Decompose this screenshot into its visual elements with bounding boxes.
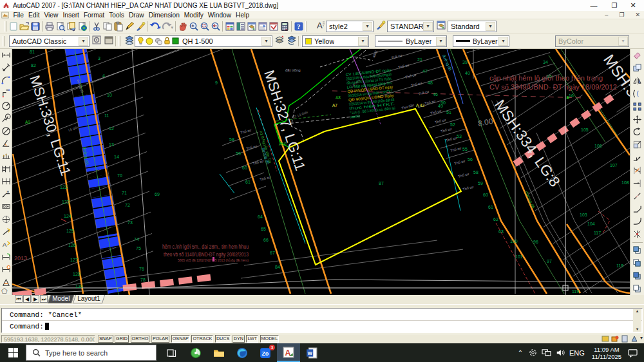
svg-text:4: 4	[102, 73, 105, 78]
svg-text:123: 123	[62, 200, 70, 204]
svg-text:87. Lộ Giới: 87. Lộ Giới	[292, 110, 308, 119]
svg-text:107: 107	[610, 163, 618, 167]
svg-text:16: 16	[569, 93, 574, 98]
svg-text:Thổ cư: Thổ cư	[252, 159, 265, 166]
svg-text:Thổ cư: Thổ cư	[454, 159, 466, 166]
svg-text:39: 39	[462, 60, 468, 64]
svg-text:69: 69	[155, 192, 160, 196]
svg-text:65: 65	[261, 227, 266, 231]
svg-text:Thổ cư: Thổ cư	[391, 53, 403, 60]
svg-text:108: 108	[621, 180, 629, 185]
svg-text:2013: 2013	[14, 255, 27, 262]
svg-text:Thổ cư: Thổ cư	[246, 144, 258, 151]
svg-text:12: 12	[109, 126, 114, 131]
svg-text:58: 58	[473, 170, 478, 175]
svg-text:104: 104	[587, 222, 595, 226]
svg-text:61: 61	[488, 205, 493, 209]
svg-text:đất trồng: đất trồng	[285, 68, 301, 72]
svg-text:±: ±	[191, 23, 194, 28]
svg-text:56: 56	[468, 157, 473, 162]
svg-text:51: 51	[446, 110, 451, 115]
svg-text:76: 76	[139, 267, 144, 271]
svg-text:A 42: A 42	[416, 103, 424, 108]
svg-text:106: 106	[594, 144, 602, 148]
svg-text:cập nhật hẻm lộ giới theo hiện: cập nhật hẻm lộ giới theo hiện trạng	[489, 74, 603, 82]
svg-text:70: 70	[117, 173, 122, 178]
svg-text:34: 34	[543, 60, 548, 64]
svg-text:14: 14	[114, 155, 119, 159]
svg-text:A10: A10	[279, 142, 287, 146]
svg-text:21: 21	[417, 57, 422, 62]
svg-text:71: 71	[122, 191, 127, 195]
svg-text:Thổ cư: Thổ cư	[458, 172, 470, 178]
svg-text:81: 81	[30, 50, 35, 54]
svg-text:Zo: Zo	[261, 350, 269, 356]
svg-text:100: 100	[510, 239, 518, 243]
svg-text:97: 97	[547, 259, 552, 263]
svg-text:87: 87	[379, 181, 384, 186]
svg-text:40: 40	[465, 71, 470, 75]
svg-text:Thổ cư: Thổ cư	[462, 185, 475, 191]
svg-text:A9: A9	[25, 120, 30, 124]
svg-text:126: 126	[68, 243, 76, 247]
svg-text:59: 59	[236, 151, 241, 156]
svg-text:73: 73	[128, 220, 133, 225]
svg-text:Thổ cư: Thổ cư	[424, 99, 437, 106]
svg-text:Thổ cư: Thổ cư	[446, 136, 458, 142]
svg-text:A8: A8	[336, 95, 341, 100]
svg-text:10: 10	[107, 93, 112, 97]
svg-text:119: 119	[572, 289, 579, 294]
svg-text:60: 60	[242, 166, 247, 170]
svg-text:?: ?	[297, 23, 301, 30]
svg-text:128: 128	[73, 272, 80, 276]
svg-text:A: A	[317, 21, 323, 30]
svg-text:xanh): xanh)	[350, 114, 360, 119]
svg-text:47: 47	[422, 69, 428, 73]
svg-text:9: 9	[215, 81, 218, 85]
svg-text:96: 96	[533, 240, 538, 244]
svg-text:đường đỏ: đường đỏ	[524, 191, 536, 210]
svg-text:63: 63	[498, 229, 504, 234]
svg-text:MSH:330, LG:11: MSH:330, LG:11	[26, 73, 74, 178]
svg-text:62: 62	[493, 217, 498, 222]
svg-text:130: 130	[75, 284, 83, 289]
svg-text:60: 60	[483, 193, 488, 197]
svg-text:118: 118	[616, 263, 623, 268]
svg-text:82: 82	[31, 63, 36, 68]
svg-text:H: H	[6, 190, 8, 193]
svg-text:46: 46	[433, 92, 438, 97]
svg-text:117: 117	[594, 231, 601, 235]
svg-text:Lộ giới: Lộ giới	[68, 125, 78, 132]
svg-text:127: 127	[70, 258, 78, 262]
svg-text:66: 66	[263, 238, 269, 242]
svg-text:Thổ cư: Thổ cư	[260, 175, 272, 182]
svg-text:75: 75	[136, 246, 141, 251]
svg-text:53: 53	[457, 134, 462, 138]
svg-text:hẻm c./nh lgới 5m., dai 28m.,: hẻm c./nh lgới 5m., dai 28m., tim hem hh…	[162, 243, 249, 250]
svg-text:103: 103	[580, 213, 587, 217]
svg-text:Thổ cư: Thổ cư	[430, 109, 442, 115]
svg-text:4601: 4601	[372, 50, 378, 59]
svg-text:w: w	[307, 350, 313, 356]
svg-text:48: 48	[428, 81, 433, 85]
svg-text:122: 122	[60, 185, 68, 189]
svg-text:11: 11	[104, 113, 109, 118]
svg-text:Thổ cư: Thổ cư	[405, 73, 417, 79]
svg-text:125: 125	[66, 229, 74, 233]
svg-text:3: 3	[98, 56, 100, 61]
svg-text:61: 61	[245, 180, 251, 184]
svg-text:A7: A7	[332, 103, 337, 108]
svg-text:105: 105	[581, 128, 589, 132]
svg-text:Thổ cư: Thổ cư	[240, 128, 252, 135]
svg-text:59: 59	[478, 181, 483, 186]
svg-text:Thổ cư: Thổ cư	[450, 146, 462, 153]
svg-text:124: 124	[64, 214, 71, 218]
svg-text:50: 50	[440, 100, 446, 105]
svg-text:13: 13	[109, 142, 114, 147]
svg-text:theo vb số 1140/UBND-ĐT ngày 2: theo vb số 1140/UBND-ĐT ngày 20/02/2013	[164, 251, 249, 258]
svg-text:Thổ cư: Thổ cư	[411, 81, 423, 88]
svg-text:84: 84	[275, 265, 280, 269]
svg-text:74: 74	[134, 237, 139, 242]
svg-text:Thổ cư: Thổ cư	[398, 63, 410, 70]
svg-text:A: A	[2, 242, 6, 248]
